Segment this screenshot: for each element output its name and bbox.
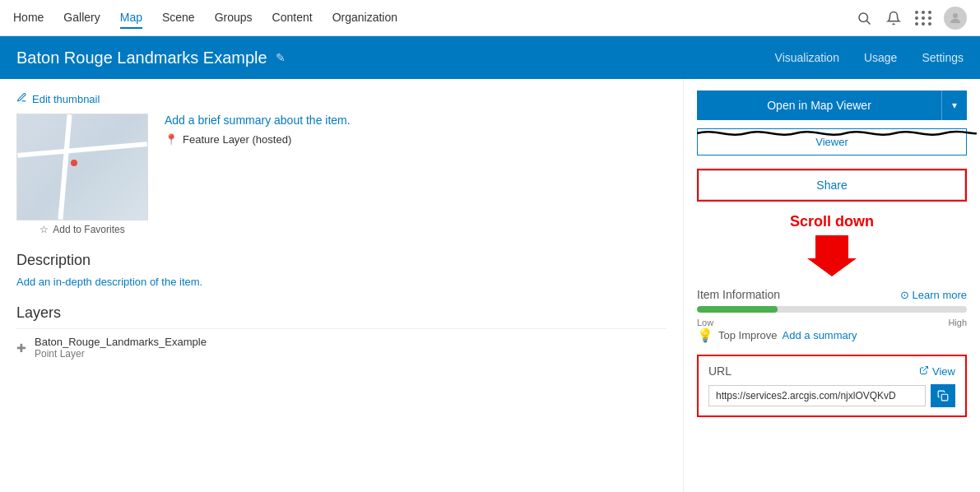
feature-layer-label: Feature Layer (hosted): [183, 133, 291, 146]
item-header: Baton Rouge Landmarks Example ✎ Visualiz…: [0, 36, 980, 79]
feature-layer-badge: 📍 Feature Layer (hosted): [165, 133, 351, 146]
progress-bar-bg: [697, 306, 967, 313]
pin-emoji: 📍: [165, 133, 178, 146]
apps-icon[interactable]: [914, 9, 932, 27]
viewer-button-2[interactable]: Viewer: [697, 128, 967, 155]
item-info-title: Item Information: [697, 288, 780, 301]
svg-marker-3: [807, 235, 857, 276]
url-input-row: [708, 384, 955, 407]
main-content: Edit thumbnail ☆ Add to Favorites Add: [0, 79, 980, 492]
url-header: URL View: [708, 364, 955, 378]
thumbnail-container: ☆ Add to Favorites: [16, 114, 148, 235]
edit-thumbnail-label: Edit thumbnail: [32, 93, 100, 105]
nav-map[interactable]: Map: [120, 7, 142, 29]
nav-groups[interactable]: Groups: [215, 7, 253, 29]
edit-title-icon[interactable]: ✎: [276, 51, 286, 64]
description-link[interactable]: Add an in-depth description of the item.: [16, 276, 666, 288]
url-label: URL: [708, 364, 732, 378]
bulb-icon: 💡: [697, 327, 713, 343]
progress-labels: Low High: [697, 318, 967, 327]
learn-more-label: Learn more: [913, 289, 967, 301]
url-section: URL View: [697, 355, 967, 417]
nav-content[interactable]: Content: [272, 7, 313, 29]
improvement-text: Top Improve: [718, 329, 778, 341]
svg-point-2: [953, 13, 958, 18]
high-label: High: [948, 318, 967, 327]
edit-thumbnail-row[interactable]: Edit thumbnail: [16, 92, 666, 105]
nav-home[interactable]: Home: [13, 7, 44, 29]
open-map-viewer-button[interactable]: Open in Map Viewer: [697, 91, 941, 120]
add-summary-link[interactable]: Add a brief summary about the item.: [165, 114, 351, 127]
question-icon: ⊙: [900, 289, 909, 301]
map-viewer-dropdown-button[interactable]: ▾: [941, 91, 967, 120]
external-link-icon: [919, 365, 929, 378]
arrow-down-container: [697, 235, 967, 276]
pencil-icon: [16, 92, 27, 105]
svg-point-0: [859, 13, 868, 22]
learn-more-link[interactable]: ⊙ Learn more: [900, 289, 967, 301]
tab-usage[interactable]: Usage: [864, 48, 897, 67]
map-viewer-btn-row: Open in Map Viewer ▾: [697, 91, 967, 120]
description-section: Description Add an in-depth description …: [16, 252, 666, 288]
layers-section: Layers ✚ Baton_Rouge_Landmarks_Example P…: [16, 304, 666, 366]
layer-type: Point Layer: [35, 348, 207, 360]
nav-items: Home Gallery Map Scene Groups Content Or…: [13, 7, 855, 29]
search-icon[interactable]: [855, 9, 873, 27]
top-nav: Home Gallery Map Scene Groups Content Or…: [0, 0, 980, 36]
layer-move-icon[interactable]: ✚: [16, 341, 26, 355]
thumbnail-area: ☆ Add to Favorites Add a brief summary a…: [16, 114, 666, 235]
share-button[interactable]: Share: [699, 170, 965, 200]
item-title-area: Baton Rouge Landmarks Example ✎: [16, 49, 286, 67]
nav-organization[interactable]: Organization: [332, 7, 397, 29]
add-summary-cta[interactable]: Add a summary: [783, 329, 857, 341]
add-to-favorites[interactable]: ☆ Add to Favorites: [16, 224, 148, 235]
left-panel: Edit thumbnail ☆ Add to Favorites Add: [0, 79, 684, 492]
nav-gallery[interactable]: Gallery: [63, 7, 100, 29]
progress-bar-row: [697, 306, 967, 313]
thumbnail-info: Add a brief summary about the item. 📍 Fe…: [165, 114, 351, 235]
tab-visualization[interactable]: Visualization: [775, 48, 839, 67]
nav-scene[interactable]: Scene: [162, 7, 195, 29]
avatar[interactable]: [944, 7, 967, 30]
add-favorites-label: Add to Favorites: [53, 224, 124, 235]
layer-item: ✚ Baton_Rouge_Landmarks_Example Point La…: [16, 328, 666, 366]
viewer-btn2-label: Viewer: [815, 136, 848, 148]
scroll-annotation: Scroll down: [697, 213, 967, 276]
viewer-btn-container: Viewer: [697, 128, 967, 162]
layer-info: Baton_Rouge_Landmarks_Example Point Laye…: [35, 336, 207, 360]
share-btn-wrapper: Share: [697, 169, 967, 202]
top-improvement-row: 💡 Top Improve Add a summary: [697, 327, 967, 343]
down-arrow-icon: [807, 235, 857, 276]
notification-icon[interactable]: [885, 9, 903, 27]
scroll-down-text: Scroll down: [697, 213, 967, 230]
thumbnail-box: [16, 114, 148, 220]
right-panel: Open in Map Viewer ▾ Viewer Share Scroll…: [684, 79, 980, 492]
layer-name: Baton_Rouge_Landmarks_Example: [35, 336, 207, 348]
layers-title: Layers: [16, 304, 666, 322]
svg-line-1: [866, 21, 870, 24]
low-label: Low: [697, 318, 713, 327]
item-title: Baton Rouge Landmarks Example: [16, 49, 267, 67]
tab-settings[interactable]: Settings: [922, 48, 964, 67]
nav-right: [855, 7, 967, 30]
progress-fill: [697, 306, 778, 313]
map-preview: [17, 114, 147, 220]
svg-rect-5: [941, 394, 948, 401]
view-link[interactable]: View: [919, 365, 955, 378]
item-info-header: Item Information ⊙ Learn more: [697, 288, 967, 301]
url-input[interactable]: [708, 385, 926, 406]
description-title: Description: [16, 252, 666, 269]
item-information-section: Item Information ⊙ Learn more Low High 💡…: [697, 288, 967, 343]
copy-url-button[interactable]: [931, 384, 955, 407]
svg-line-4: [923, 366, 928, 371]
star-icon: ☆: [39, 224, 49, 235]
header-tabs: Visualization Usage Settings: [775, 48, 964, 67]
view-label: View: [932, 365, 955, 378]
